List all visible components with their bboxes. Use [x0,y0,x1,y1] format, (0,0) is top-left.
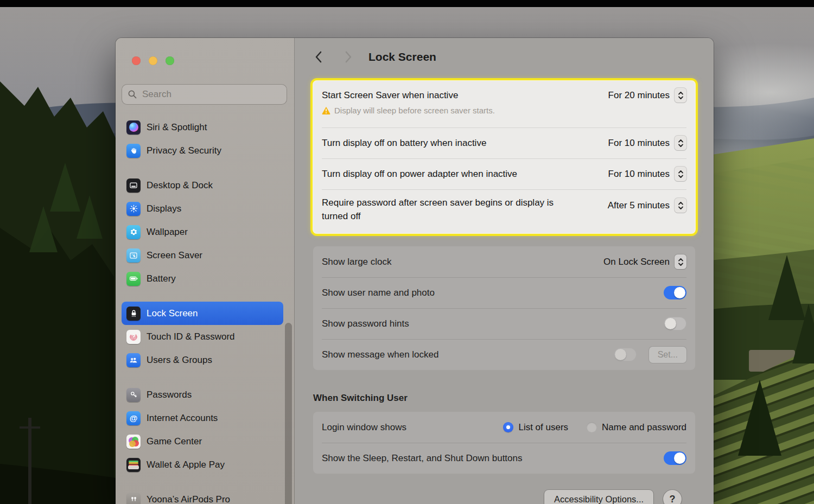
setting-row-start-screen-saver: Start Screen Saver when inactive For 20 … [313,81,695,127]
lock-screen-appearance-group: Show large clock On Lock Screen Show use… [313,246,695,370]
radio-selected-icon[interactable] [503,422,513,432]
sidebar-item-label: Battery [147,273,176,284]
siri-icon [126,120,141,135]
setting-row-sleep-restart-shutdown: Show the Sleep, Restart, and Shut Down b… [313,443,695,474]
airpods-icon [126,493,141,504]
desktop-dock-icon [126,178,141,193]
sidebar-item-airpods[interactable]: Yoona’s AirPods Pro [122,488,283,504]
accessibility-options-button[interactable]: Accessibility Options... [544,490,653,504]
message-when-locked-toggle[interactable] [614,348,637,361]
sidebar-item-users-groups[interactable]: Users & Groups [122,348,283,372]
stepper-icon[interactable] [675,198,686,213]
display-off-battery-dropdown[interactable]: For 10 minutes [608,136,686,150]
screen-saver-icon [126,248,141,263]
stepper-icon[interactable] [675,136,686,150]
sidebar-item-label: Touch ID & Password [147,331,235,342]
sidebar-item-displays[interactable]: Displays [122,197,283,220]
highlight-annotation-box: Start Screen Saver when inactive For 20 … [310,78,698,236]
search-input[interactable] [122,84,287,105]
setting-label: Require password after screen saver begi… [322,196,582,223]
setting-label: Show user name and photo [322,288,435,298]
setting-row-display-off-battery: Turn display off on battery when inactiv… [313,127,695,158]
set-message-button[interactable]: Set... [649,347,686,363]
window-controls [116,38,294,65]
warning-icon [322,106,330,114]
sidebar-item-label: Displays [147,203,181,214]
sidebar-item-game-center[interactable]: Game Center [122,430,283,453]
large-clock-dropdown[interactable]: On Lock Screen [603,254,686,269]
sidebar-item-wallpaper[interactable]: Wallpaper [122,220,283,244]
sidebar-item-desktop-dock[interactable]: Desktop & Dock [122,174,283,197]
setting-label: Show message when locked [322,349,438,360]
search-icon [128,90,137,99]
display-off-power-dropdown[interactable]: For 10 minutes [608,167,686,181]
stepper-icon[interactable] [675,88,686,103]
warning-text: Display will sleep before screen saver s… [334,106,495,115]
start-screen-saver-dropdown[interactable]: For 20 minutes [608,88,686,103]
close-window-button[interactable] [132,56,141,65]
setting-row-message-when-locked: Show message when locked Set... [313,339,695,370]
sidebar-group: Passwords @ Internet Accounts Game Cente… [122,383,283,476]
setting-label: Login window shows [322,422,406,433]
hand-icon [126,144,141,158]
sidebar-item-label: Internet Accounts [147,413,218,424]
setting-label: Turn display off on battery when inactiv… [322,138,486,149]
help-button[interactable]: ? [663,490,682,504]
dropdown-value: For 10 minutes [608,169,670,180]
sidebar-item-label: Wallet & Apple Pay [147,460,225,470]
zoom-window-button[interactable] [166,56,174,65]
sidebar-item-battery[interactable]: Battery [122,267,283,290]
setting-row-large-clock: Show large clock On Lock Screen [313,246,695,277]
setting-row-user-name-photo: Show user name and photo [313,277,695,308]
sidebar-item-screen-saver[interactable]: Screen Saver [122,244,283,267]
sidebar-item-label: Screen Saver [147,250,202,261]
lock-screen-pane: Lock Screen Start Screen Saver when inac… [295,38,714,504]
sidebar-group: Desktop & Dock Displays Wallpaper [122,174,283,290]
radio-list-of-users[interactable]: List of users [503,422,568,433]
password-hints-toggle[interactable] [664,317,686,330]
stepper-icon[interactable] [675,167,686,181]
sleep-restart-shutdown-toggle[interactable] [664,451,686,465]
pane-footer: Accessibility Options... ? [544,490,682,504]
sidebar-item-lock-screen[interactable]: Lock Screen [122,302,283,325]
radio-unselected-icon[interactable] [587,422,597,432]
switching-user-group: Login window shows List of users Name an… [313,412,695,474]
settings-sidebar: Siri & Spotlight Privacy & Security Desk… [116,38,295,504]
sidebar-group: Siri & Spotlight Privacy & Security [122,116,283,162]
system-settings-window: Siri & Spotlight Privacy & Security Desk… [116,38,714,504]
forward-button[interactable] [340,49,357,65]
login-window-radio-group: List of users Name and password [503,422,686,433]
back-button[interactable] [310,49,326,65]
dropdown-value: For 20 minutes [608,90,670,101]
content-header: Lock Screen [295,38,714,76]
sidebar-item-label: Wallpaper [147,227,188,238]
users-icon [126,353,141,367]
radio-label: Name and password [602,422,686,433]
sidebar-group: Yoona’s AirPods Pro [122,488,283,504]
sidebar-item-label: Game Center [147,436,202,447]
sidebar-item-touch-id-password[interactable]: Touch ID & Password [122,325,283,348]
fingerprint-icon [126,330,141,344]
radio-name-and-password[interactable]: Name and password [587,422,686,433]
section-title-switching-user: When Switching User [313,393,695,404]
wallet-icon [126,458,141,472]
stepper-icon[interactable] [675,254,686,269]
setting-row-password-hints: Show password hints [313,308,695,339]
sidebar-item-label: Yoona’s AirPods Pro [147,494,230,504]
battery-icon [126,272,141,286]
sidebar-item-privacy-security[interactable]: Privacy & Security [122,139,283,162]
require-password-dropdown[interactable]: After 5 minutes [608,198,686,213]
setting-row-display-off-power: Turn display off on power adapter when i… [313,158,695,189]
sidebar-item-passwords[interactable]: Passwords [122,383,283,406]
minimize-window-button[interactable] [149,56,157,65]
at-sign-icon: @ [126,411,141,425]
sidebar-nav: Siri & Spotlight Privacy & Security Desk… [116,105,294,504]
sidebar-item-wallet-apple-pay[interactable]: Wallet & Apple Pay [122,453,283,476]
user-name-photo-toggle[interactable] [664,286,686,299]
sidebar-item-internet-accounts[interactable]: @ Internet Accounts [122,406,283,430]
sidebar-scrollbar[interactable] [285,323,292,504]
brightness-icon [126,202,141,216]
setting-label: Show large clock [322,257,392,267]
setting-label: Start Screen Saver when inactive [322,90,458,101]
sidebar-item-siri-spotlight[interactable]: Siri & Spotlight [122,116,283,139]
